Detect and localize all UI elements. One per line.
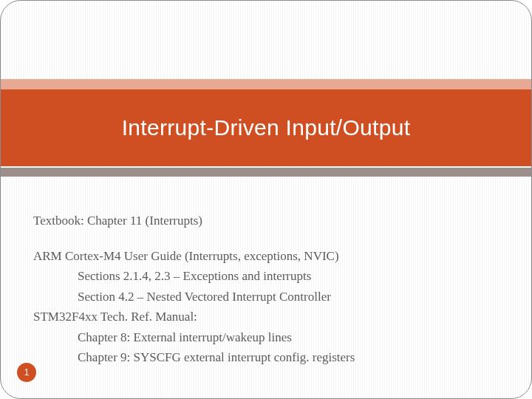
body-line-indent: Chapter 8: External interrupt/wakeup lin… [33,328,499,347]
body-line: ARM Cortex-M4 User Guide (Interrupts, ex… [33,247,499,266]
title-top-stripe [1,79,531,89]
title-bar: Interrupt-Driven Input/Output [1,89,531,166]
body-line-indent: Section 4.2 – Nested Vectored Interrupt … [33,287,499,307]
slide: Interrupt-Driven Input/Output Textbook: … [0,0,532,399]
body-line: Textbook: Chapter 11 (Interrupts) [33,211,499,231]
body-gap [33,232,499,247]
page-number: 1 [24,367,30,378]
page-number-badge: 1 [17,363,36,382]
slide-title: Interrupt-Driven Input/Output [122,115,411,140]
body-line-indent: Chapter 9: SYSCFG external interrupt con… [33,348,499,367]
body-line: STM32F4xx Tech. Ref. Manual: [33,307,499,327]
slide-body: Textbook: Chapter 11 (Interrupts) ARM Co… [33,211,499,369]
title-bottom-stripe [1,168,531,177]
body-line-indent: Sections 2.1.4, 2.3 – Exceptions and int… [33,267,499,286]
title-band: Interrupt-Driven Input/Output [1,79,531,178]
